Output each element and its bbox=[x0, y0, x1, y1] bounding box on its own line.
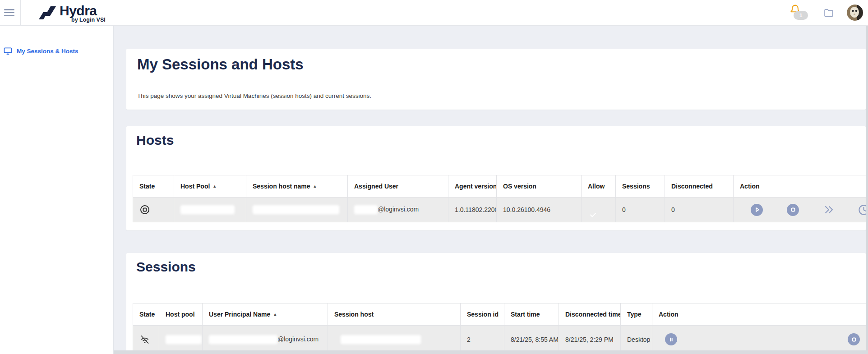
sidebar-item-my-sessions-hosts[interactable]: My Sessions & Hosts bbox=[0, 47, 113, 55]
stop-button[interactable] bbox=[787, 204, 799, 216]
sessions-header-row: State Host pool User Principal Name▲ Ses… bbox=[133, 303, 866, 326]
stop-icon bbox=[790, 207, 796, 212]
logo-title: Hydra bbox=[60, 5, 106, 17]
hydra-logo-mark-icon bbox=[37, 5, 58, 23]
session-host-name-cell bbox=[246, 198, 348, 222]
hosts-title: Hosts bbox=[126, 126, 866, 148]
col-assigned-user[interactable]: Assigned User bbox=[348, 175, 448, 198]
allow-cell bbox=[582, 198, 616, 222]
host-pool-cell bbox=[159, 326, 203, 354]
disconnected-icon bbox=[139, 334, 150, 345]
double-chevron-right-icon bbox=[823, 204, 834, 215]
col-type[interactable]: Type bbox=[621, 303, 652, 326]
main-content: My Sessions and Hosts This page shows yo… bbox=[114, 26, 868, 354]
stop-icon bbox=[851, 337, 857, 342]
sidebar-item-label: My Sessions & Hosts bbox=[17, 48, 78, 55]
redacted-value bbox=[180, 205, 235, 214]
col-disconnected-time[interactable]: Disconnected time bbox=[559, 303, 621, 326]
col-action: Action bbox=[734, 175, 866, 198]
menu-button[interactable] bbox=[0, 0, 20, 26]
col-allow[interactable]: Allow bbox=[582, 175, 616, 198]
disconnected-count-cell: 0 bbox=[665, 198, 734, 222]
sessions-table: State Host pool User Principal Name▲ Ses… bbox=[133, 303, 866, 354]
redacted-value bbox=[209, 335, 277, 344]
host-row: @loginvsi.com 1.0.11802.2200 10.0.26100.… bbox=[133, 198, 866, 222]
start-time-cell: 8/21/25, 8:55 AM bbox=[504, 326, 559, 354]
col-state: State bbox=[133, 303, 159, 326]
host-pool-cell bbox=[174, 198, 246, 222]
hosts-card: Hosts State Host Pool▲ Session host name… bbox=[126, 126, 866, 230]
session-id-cell: 2 bbox=[461, 326, 504, 354]
col-agent-version[interactable]: Agent version bbox=[448, 175, 497, 198]
connect-button[interactable] bbox=[823, 204, 834, 215]
logo-subtitle: by Login VSI bbox=[71, 17, 106, 23]
hosts-table: State Host Pool▲ Session host name▲ Assi… bbox=[133, 175, 866, 222]
top-header: Hydra by Login VSI 1 bbox=[0, 0, 868, 26]
files-button[interactable] bbox=[823, 7, 835, 18]
stop-button[interactable] bbox=[848, 333, 860, 345]
col-action: Action bbox=[652, 303, 866, 326]
page-description: This page shows your assigned Virtual Ma… bbox=[126, 85, 866, 99]
user-avatar[interactable] bbox=[847, 5, 863, 21]
user-principal-name-cell: @loginvsi.com bbox=[203, 326, 328, 354]
pause-button[interactable] bbox=[665, 333, 677, 345]
col-session-host[interactable]: Session host bbox=[328, 303, 461, 326]
user-principal-suffix: @loginvsi.com bbox=[277, 335, 319, 342]
col-host-pool[interactable]: Host Pool▲ bbox=[174, 175, 246, 198]
col-session-id[interactable]: Session id bbox=[461, 303, 504, 326]
notifications-button[interactable]: 1 bbox=[790, 0, 801, 26]
folder-icon bbox=[823, 7, 835, 18]
sessions-title: Sessions bbox=[126, 253, 866, 275]
redacted-value bbox=[253, 205, 339, 214]
sidebar: My Sessions & Hosts bbox=[0, 26, 114, 354]
session-action-cell bbox=[652, 326, 866, 354]
schedule-button[interactable] bbox=[858, 204, 866, 216]
col-disconnected[interactable]: Disconnected bbox=[665, 175, 734, 198]
stop-circle-icon bbox=[139, 204, 150, 215]
hamburger-icon bbox=[4, 9, 14, 10]
assigned-user-cell: @loginvsi.com bbox=[348, 198, 448, 222]
hydra-logo: Hydra by Login VSI bbox=[37, 5, 106, 23]
disconnected-time-cell: 8/21/25, 2:29 PM bbox=[559, 326, 621, 354]
play-icon bbox=[754, 207, 760, 212]
redacted-value bbox=[354, 205, 378, 214]
monitor-icon bbox=[4, 47, 12, 55]
agent-version-cell: 1.0.11802.2200 bbox=[448, 198, 497, 222]
col-host-pool[interactable]: Host pool bbox=[159, 303, 203, 326]
pause-icon bbox=[669, 337, 674, 342]
type-cell: Desktop bbox=[621, 326, 652, 354]
col-sessions[interactable]: Sessions bbox=[616, 175, 665, 198]
session-host-cell bbox=[328, 326, 461, 354]
col-os-version[interactable]: OS version bbox=[497, 175, 582, 198]
col-session-host-name[interactable]: Session host name▲ bbox=[246, 175, 348, 198]
session-state-cell bbox=[133, 326, 159, 354]
col-start-time[interactable]: Start time bbox=[504, 303, 559, 326]
sessions-card: Sessions State Host pool User Principal … bbox=[126, 253, 866, 354]
col-state: State bbox=[133, 175, 174, 198]
assigned-user-suffix: @loginvsi.com bbox=[378, 206, 419, 213]
redacted-value bbox=[166, 335, 202, 344]
vertical-scrollbar[interactable] bbox=[866, 26, 868, 354]
page-title: My Sessions and Hosts bbox=[126, 49, 866, 73]
sort-ascending-icon: ▲ bbox=[212, 184, 217, 188]
start-button[interactable] bbox=[751, 204, 763, 216]
clock-icon bbox=[858, 204, 866, 216]
col-user-principal-name[interactable]: User Principal Name▲ bbox=[203, 303, 328, 326]
host-action-cell bbox=[734, 198, 866, 222]
os-version-cell: 10.0.26100.4946 bbox=[497, 198, 582, 222]
intro-card: My Sessions and Hosts This page shows yo… bbox=[126, 49, 866, 110]
horizontal-scrollbar[interactable] bbox=[114, 350, 868, 354]
host-state-cell bbox=[133, 198, 174, 222]
sort-ascending-icon: ▲ bbox=[313, 184, 317, 188]
sessions-count-cell: 0 bbox=[616, 198, 665, 222]
session-row: @loginvsi.com 2 8/21/25, 8:55 AM 8/21/25… bbox=[133, 326, 866, 354]
sort-ascending-icon: ▲ bbox=[273, 312, 277, 317]
header-divider bbox=[20, 0, 21, 26]
hosts-header-row: State Host Pool▲ Session host name▲ Assi… bbox=[133, 175, 866, 198]
notification-badge: 1 bbox=[794, 11, 808, 20]
redacted-value bbox=[341, 335, 421, 344]
